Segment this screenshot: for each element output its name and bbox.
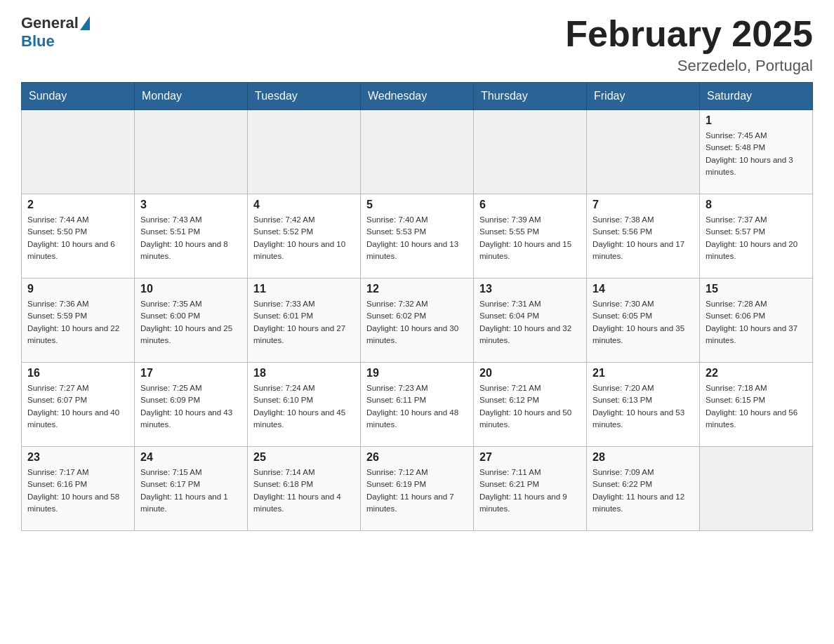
day-number: 10 [140,283,241,295]
calendar-week-2: 2Sunrise: 7:44 AMSunset: 5:50 PMDaylight… [22,194,813,279]
col-tuesday: Tuesday [248,83,361,110]
day-number: 25 [253,451,355,464]
calendar-cell [700,447,813,531]
calendar-week-5: 23Sunrise: 7:17 AMSunset: 6:16 PMDayligh… [22,447,813,531]
day-number: 5 [366,199,468,211]
day-number: 21 [593,367,694,380]
calendar-cell: 18Sunrise: 7:24 AMSunset: 6:10 PMDayligh… [248,363,361,447]
calendar-location: Serzedelo, Portugal [565,57,813,75]
day-number: 9 [27,283,128,295]
day-number: 4 [253,199,355,211]
day-info: Sunrise: 7:28 AMSunset: 6:06 PMDaylight:… [706,298,807,347]
day-number: 20 [479,367,581,380]
day-info: Sunrise: 7:23 AMSunset: 6:11 PMDaylight:… [366,382,468,431]
calendar-cell: 20Sunrise: 7:21 AMSunset: 6:12 PMDayligh… [474,363,587,447]
calendar-cell [474,110,587,194]
calendar-cell [587,110,700,194]
day-number: 6 [479,199,581,211]
day-info: Sunrise: 7:35 AMSunset: 6:00 PMDaylight:… [140,298,241,347]
day-info: Sunrise: 7:42 AMSunset: 5:52 PMDaylight:… [253,214,355,262]
calendar-cell: 25Sunrise: 7:14 AMSunset: 6:18 PMDayligh… [248,447,361,531]
day-info: Sunrise: 7:39 AMSunset: 5:55 PMDaylight:… [479,214,581,262]
calendar-cell: 22Sunrise: 7:18 AMSunset: 6:15 PMDayligh… [700,363,813,447]
day-number: 23 [27,451,128,464]
day-info: Sunrise: 7:40 AMSunset: 5:53 PMDaylight:… [366,214,468,262]
calendar-cell: 19Sunrise: 7:23 AMSunset: 6:11 PMDayligh… [361,363,474,447]
day-number: 18 [253,367,355,380]
col-monday: Monday [135,83,248,110]
day-number: 3 [140,199,241,211]
col-thursday: Thursday [474,83,587,110]
calendar-cell: 12Sunrise: 7:32 AMSunset: 6:02 PMDayligh… [361,279,474,363]
calendar-week-1: 1Sunrise: 7:45 AMSunset: 5:48 PMDaylight… [22,110,813,194]
header-row: Sunday Monday Tuesday Wednesday Thursday… [22,83,813,110]
day-info: Sunrise: 7:43 AMSunset: 5:51 PMDaylight:… [140,214,241,262]
calendar-cell: 24Sunrise: 7:15 AMSunset: 6:17 PMDayligh… [135,447,248,531]
logo: General Blue [21,14,91,51]
calendar-body: 1Sunrise: 7:45 AMSunset: 5:48 PMDaylight… [22,110,813,531]
day-info: Sunrise: 7:21 AMSunset: 6:12 PMDaylight:… [479,382,581,431]
calendar-cell: 11Sunrise: 7:33 AMSunset: 6:01 PMDayligh… [248,279,361,363]
day-info: Sunrise: 7:45 AMSunset: 5:48 PMDaylight:… [706,130,807,178]
logo-blue-text: Blue [21,32,55,50]
day-number: 12 [366,283,468,295]
calendar-cell: 8Sunrise: 7:37 AMSunset: 5:57 PMDaylight… [700,194,813,279]
day-number: 17 [140,367,241,380]
calendar-cell: 17Sunrise: 7:25 AMSunset: 6:09 PMDayligh… [135,363,248,447]
page-header: General Blue February 2025 Serzedelo, Po… [21,14,813,75]
day-number: 8 [706,199,807,211]
day-number: 22 [706,367,807,380]
day-info: Sunrise: 7:15 AMSunset: 6:17 PMDaylight:… [140,467,241,515]
day-info: Sunrise: 7:14 AMSunset: 6:18 PMDaylight:… [253,467,355,515]
calendar-cell [248,110,361,194]
logo-triangle-icon [80,16,90,30]
day-number: 27 [479,451,581,464]
calendar-cell: 13Sunrise: 7:31 AMSunset: 6:04 PMDayligh… [474,279,587,363]
calendar-cell: 28Sunrise: 7:09 AMSunset: 6:22 PMDayligh… [587,447,700,531]
logo-general-text: General [21,14,79,32]
day-number: 15 [706,283,807,295]
day-info: Sunrise: 7:30 AMSunset: 6:05 PMDaylight:… [593,298,694,347]
day-info: Sunrise: 7:38 AMSunset: 5:56 PMDaylight:… [593,214,694,262]
day-number: 2 [27,199,128,211]
day-info: Sunrise: 7:37 AMSunset: 5:57 PMDaylight:… [706,214,807,262]
day-info: Sunrise: 7:33 AMSunset: 6:01 PMDaylight:… [253,298,355,347]
col-sunday: Sunday [22,83,135,110]
day-number: 13 [479,283,581,295]
calendar-cell: 5Sunrise: 7:40 AMSunset: 5:53 PMDaylight… [361,194,474,279]
calendar-cell [361,110,474,194]
calendar-cell: 9Sunrise: 7:36 AMSunset: 5:59 PMDaylight… [22,279,135,363]
day-number: 7 [593,199,694,211]
day-number: 26 [366,451,468,464]
day-number: 16 [27,367,128,380]
day-number: 1 [706,114,807,127]
calendar-cell: 16Sunrise: 7:27 AMSunset: 6:07 PMDayligh… [22,363,135,447]
day-info: Sunrise: 7:17 AMSunset: 6:16 PMDaylight:… [27,467,128,515]
calendar-cell [22,110,135,194]
day-info: Sunrise: 7:12 AMSunset: 6:19 PMDaylight:… [366,467,468,515]
col-friday: Friday [587,83,700,110]
day-number: 11 [253,283,355,295]
calendar-week-4: 16Sunrise: 7:27 AMSunset: 6:07 PMDayligh… [22,363,813,447]
calendar-cell: 10Sunrise: 7:35 AMSunset: 6:00 PMDayligh… [135,279,248,363]
day-info: Sunrise: 7:25 AMSunset: 6:09 PMDaylight:… [140,382,241,431]
title-block: February 2025 Serzedelo, Portugal [565,14,813,75]
day-number: 28 [593,451,694,464]
calendar-cell: 3Sunrise: 7:43 AMSunset: 5:51 PMDaylight… [135,194,248,279]
calendar-table: Sunday Monday Tuesday Wednesday Thursday… [21,82,813,531]
day-number: 24 [140,451,241,464]
calendar-header: Sunday Monday Tuesday Wednesday Thursday… [22,83,813,110]
calendar-title: February 2025 [565,14,813,54]
day-number: 14 [593,283,694,295]
calendar-cell: 15Sunrise: 7:28 AMSunset: 6:06 PMDayligh… [700,279,813,363]
calendar-cell: 6Sunrise: 7:39 AMSunset: 5:55 PMDaylight… [474,194,587,279]
calendar-cell: 1Sunrise: 7:45 AMSunset: 5:48 PMDaylight… [700,110,813,194]
calendar-cell: 23Sunrise: 7:17 AMSunset: 6:16 PMDayligh… [22,447,135,531]
day-info: Sunrise: 7:24 AMSunset: 6:10 PMDaylight:… [253,382,355,431]
col-wednesday: Wednesday [361,83,474,110]
day-info: Sunrise: 7:44 AMSunset: 5:50 PMDaylight:… [27,214,128,262]
calendar-week-3: 9Sunrise: 7:36 AMSunset: 5:59 PMDaylight… [22,279,813,363]
calendar-cell: 7Sunrise: 7:38 AMSunset: 5:56 PMDaylight… [587,194,700,279]
calendar-cell: 27Sunrise: 7:11 AMSunset: 6:21 PMDayligh… [474,447,587,531]
day-info: Sunrise: 7:27 AMSunset: 6:07 PMDaylight:… [27,382,128,431]
